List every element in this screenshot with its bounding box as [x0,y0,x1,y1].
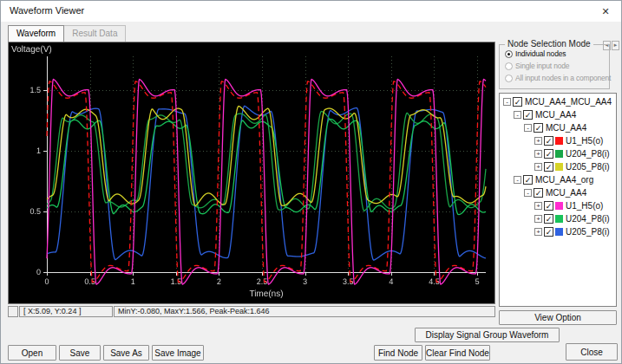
save-button[interactable]: Save [59,345,101,361]
radio-icon [505,75,513,82]
tree-node-label: MCU_AA4_org [535,175,593,185]
signal-color-swatch [555,215,563,223]
node-checkbox[interactable]: ✓ [523,110,533,120]
tree-node-label: U1_H5(o) [566,136,603,146]
clear-find-node-button[interactable]: Clear Find Node [425,345,490,361]
signal-color-swatch [555,228,563,236]
tree-node-label: MCU_AA4 [546,188,586,198]
signal-color-swatch [555,202,563,210]
radio-label: Single input node [515,62,569,70]
radio-option-1: Single input node [500,60,609,72]
tree-node-label: MCU_AA4 [546,123,586,133]
node-checkbox[interactable]: ✓ [534,123,543,133]
node-checkbox[interactable]: ✓ [544,214,553,224]
node-checkbox[interactable]: ✓ [544,227,553,237]
tree-node[interactable]: -✓MCU_AA4 [501,121,616,134]
tab-strip: Waveform Result Data [8,25,126,42]
collapse-icon[interactable]: - [524,189,532,197]
signal-color-swatch [555,163,563,171]
node-checkbox[interactable]: ✓ [513,97,522,107]
tree-node[interactable]: +✓U205_P8(i) [501,160,616,173]
node-checkbox[interactable]: ✓ [534,188,543,198]
tree-node-label: U205_P8(i) [566,162,610,172]
tree-node[interactable]: -✓MCU_AA4_org [501,173,616,186]
save-image-button[interactable]: Save Image [152,345,204,361]
group-title: Node Selection Mode [505,39,593,49]
find-node-button[interactable]: Find Node [374,345,422,361]
collapse-icon[interactable]: - [514,111,521,119]
view-option-button[interactable]: View Option [499,310,617,325]
node-selection-mode-group: Node Selection Mode Individual nodesSing… [499,44,610,89]
tree-node[interactable]: +✓U205_P8(i) [501,225,616,238]
scroll-right-icon[interactable]: ► [612,41,619,50]
tree-node[interactable]: +✓U204_P8(i) [501,147,616,160]
node-checkbox[interactable]: ✓ [544,162,553,172]
tree-node[interactable]: -✓MCU_AA4 [501,108,616,121]
close-icon[interactable]: ✕ [590,1,621,22]
tree-node-label: U205_P8(i) [566,227,610,237]
tree-node[interactable]: -✓MCU_AA4_MCU_AA4 [501,95,616,108]
waveform-canvas[interactable] [9,42,494,303]
collapse-icon[interactable]: - [514,176,521,184]
waveform-chart-area [8,42,495,304]
tree-node[interactable]: +✓U1_H5(o) [501,134,616,147]
tree-node-label: U204_P8(i) [566,214,610,224]
node-checkbox[interactable]: ✓ [544,136,553,146]
expand-icon[interactable]: + [534,137,542,145]
node-checkbox[interactable]: ✓ [544,201,553,211]
window-title: Waveform Viewer [10,5,84,16]
expand-icon[interactable]: + [534,163,542,171]
display-signal-group-waveform-button[interactable]: Display Signal Group Waveform [415,328,560,342]
waveform-viewer-window: Waveform Viewer ✕ Waveform Result Data [… [0,0,622,364]
expand-icon[interactable]: + [534,202,542,210]
tree-node-label: U204_P8(i) [566,149,610,159]
tree-node[interactable]: -✓MCU_AA4 [501,186,616,199]
node-checkbox[interactable]: ✓ [544,149,553,159]
signal-color-swatch [555,137,563,145]
expand-icon[interactable]: + [534,215,542,223]
collapse-icon[interactable]: - [524,124,532,132]
expand-icon[interactable]: + [534,228,542,236]
node-selection-options: Individual nodesSingle input nodeAll inp… [500,45,609,84]
close-button[interactable]: Close [566,343,618,361]
radio-option-0[interactable]: Individual nodes [500,48,609,60]
node-checkbox[interactable]: ✓ [523,175,533,185]
radio-label: All input nodes in a component [515,74,611,82]
radio-option-2: All input nodes in a component [500,72,609,84]
tree-node-label: U1_H5(o) [566,201,603,211]
node-tree: -✓MCU_AA4_MCU_AA4-✓MCU_AA4-✓MCU_AA4+✓U1_… [499,93,617,307]
radio-icon[interactable] [505,50,513,58]
tab-waveform[interactable]: Waveform [8,25,64,42]
save-as-button[interactable]: Save As [103,345,149,361]
tree-node-label: MCU_AA4_MCU_AA4 [525,97,612,107]
tab-result-data[interactable]: Result Data [64,25,126,42]
tree-node[interactable]: +✓U204_P8(i) [501,212,616,225]
collapse-icon[interactable]: - [503,98,511,106]
status-marker-box [8,306,18,317]
tree-node-label: MCU_AA4 [535,110,576,120]
open-button[interactable]: Open [8,345,56,361]
tree-node[interactable]: +✓U1_H5(o) [501,199,616,212]
waveform-stats-readout: MinY:-0.080, MaxY:1.566, Peak-Peak:1.646 [114,306,495,317]
title-bar: Waveform Viewer ✕ [1,1,621,22]
cursor-readout: [ X:5.09, Y:0.24 ] [19,306,113,317]
expand-icon[interactable]: + [534,150,542,158]
radio-icon [505,62,513,70]
radio-label: Individual nodes [515,49,566,58]
signal-color-swatch [555,150,563,158]
